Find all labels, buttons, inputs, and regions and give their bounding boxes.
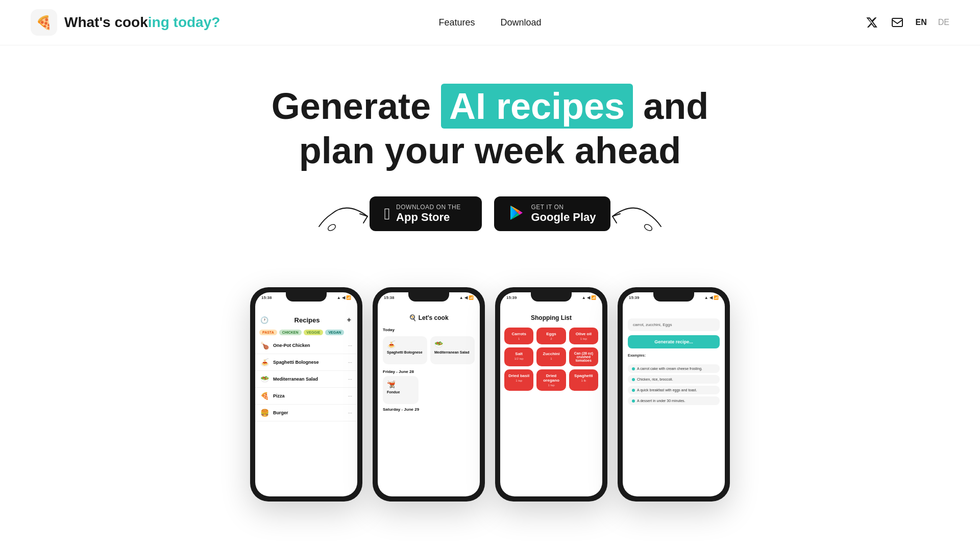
letscook-card-1[interactable]: 🍝 Spaghetti Bolognese — [383, 336, 427, 364]
phone-notch-3 — [531, 292, 572, 302]
recipe-name-1: One-Pot Chicken — [273, 343, 344, 348]
recipes-add[interactable]: ＋ — [346, 315, 352, 324]
heading-line1: Generate AI recipes and — [272, 84, 708, 129]
phone-time-1: 15:38 — [261, 295, 272, 300]
tag-chicken[interactable]: CHICKEN — [279, 330, 302, 335]
shopping-item-oliveoil[interactable]: Olive oil 1 tsp — [569, 328, 598, 344]
example-text-4: A dessert in under 30 minutes. — [637, 399, 685, 403]
phone-signals-1: ▲ ◀ 📶 — [337, 295, 351, 300]
phone-signals-2: ▲ ◀ 📶 — [459, 295, 474, 300]
recipe-menu-1[interactable]: ··· — [348, 343, 352, 348]
recipe-emoji-3: 🥗 — [260, 375, 269, 383]
shopping-item-oregano[interactable]: Dried oregano 1 tsp — [536, 369, 566, 391]
shopping-item-tomatoes[interactable]: Can (28 oz) crushed tomatoes — [569, 347, 598, 366]
heading-line2: plan your week ahead — [31, 131, 949, 171]
letscook-emoji-2: 🥗 — [434, 340, 471, 348]
nav-download-link[interactable]: Download — [500, 17, 541, 28]
title-highlight: ing today? — [148, 14, 220, 30]
svg-point-6 — [644, 223, 653, 232]
phone-shopping-mockup: 15:39 ▲ ◀ 📶 Shopping List Carrots 1 Eggs… — [495, 287, 607, 502]
hero-section: Generate AI recipes and plan your week a… — [0, 45, 980, 252]
letscook-friday-title: Friday - June 28 — [378, 366, 480, 376]
shopping-item-basil[interactable]: Dried basil 1 tsp — [504, 369, 533, 391]
ai-example-1[interactable]: A carrot cake with cream cheese frosting… — [628, 364, 720, 373]
phone-mockups-section: 15:38 ▲ ◀ 📶 🕐 Recipes ＋ PASTA CHICKEN VE… — [0, 252, 980, 502]
letscook-cards: 🍝 Spaghetti Bolognese 🥗 Mediterranean Sa… — [378, 334, 480, 366]
recipe-emoji-1: 🍗 — [260, 341, 269, 349]
shopping-item-carrots[interactable]: Carrots 1 — [504, 328, 533, 344]
ai-example-3[interactable]: A quick breakfast with eggs and toast. — [628, 386, 720, 394]
google-play-icon — [508, 205, 525, 223]
recipe-name-2: Spaghetti Bolognese — [273, 360, 344, 365]
nav-right-actions: EN DE — [865, 15, 949, 30]
mail-icon[interactable] — [890, 15, 904, 30]
phone-ai-mockup: 15:39 ▲ ◀ 📶 carrot, zucchini, Eggs Gener… — [618, 287, 730, 502]
phone-notch-4 — [653, 292, 694, 302]
lang-de[interactable]: DE — [938, 18, 949, 27]
letscook-fondue-card[interactable]: 🫕 Fondue — [383, 376, 419, 404]
phone-time-2: 15:38 — [384, 295, 394, 300]
phone-time-4: 15:39 — [629, 295, 639, 300]
nav-logo-group: 🍕 What's cooking today? — [31, 9, 220, 36]
heading-ai-highlight: AI recipes — [441, 84, 633, 129]
svg-point-1 — [327, 223, 337, 232]
recipe-menu-5[interactable]: ··· — [348, 410, 352, 416]
ai-examples-list: A carrot cake with cream cheese frosting… — [623, 364, 725, 405]
phone-time-3: 15:39 — [506, 295, 517, 300]
apple-icon:  — [384, 206, 390, 222]
recipe-item-3[interactable]: 🥗 Mediterranean Salad ··· — [255, 371, 357, 388]
recipe-menu-4[interactable]: ··· — [348, 393, 352, 399]
google-play-sub-label: GET IT ON — [531, 204, 564, 211]
recipe-item-1[interactable]: 🍗 One-Pot Chicken ··· — [255, 337, 357, 354]
example-dot-3 — [632, 389, 635, 392]
phone-notch-2 — [408, 292, 449, 302]
recipe-item-5[interactable]: 🍔 Burger ··· — [255, 405, 357, 421]
example-text-1: A carrot cake with cream cheese frosting… — [637, 367, 702, 370]
shopping-item-salt[interactable]: Salt 1/2 tsp — [504, 347, 533, 366]
letscook-name-2: Mediterranean Salad — [434, 350, 471, 354]
ai-generate-button[interactable]: Generate recipe... — [628, 335, 720, 348]
recipe-menu-3[interactable]: ··· — [348, 377, 352, 382]
recipe-item-2[interactable]: 🍝 Spaghetti Bolognese ··· — [255, 354, 357, 371]
letscook-fondue-name: Fondue — [387, 390, 414, 394]
app-store-sub-label: Download on the — [396, 204, 461, 211]
recipe-name-4: Pizza — [273, 393, 344, 398]
phone-signals-3: ▲ ◀ 📶 — [582, 295, 596, 300]
ai-input-field[interactable]: carrot, zucchini, Eggs — [628, 318, 720, 331]
letscook-saturday-title: Saturday - June 29 — [378, 404, 480, 414]
example-dot-2 — [632, 378, 635, 381]
letscook-fondue-emoji: 🫕 — [387, 380, 414, 388]
recipe-emoji-5: 🍔 — [260, 409, 269, 417]
ai-example-4[interactable]: A dessert in under 30 minutes. — [628, 396, 720, 405]
recipe-tags: PASTA CHICKEN VEGGIE VEGAN — [255, 328, 357, 337]
phone-notch-1 — [286, 292, 327, 302]
phone-letscook-screen: 15:38 ▲ ◀ 📶 🍳 Let's cook Today 🍝 Spaghet… — [378, 292, 480, 496]
recipe-menu-2[interactable]: ··· — [348, 360, 352, 365]
phone-ai-screen: 15:39 ▲ ◀ 📶 carrot, zucchini, Eggs Gener… — [623, 292, 725, 496]
lang-en[interactable]: EN — [916, 18, 927, 27]
recipe-name-3: Mediterranean Salad — [273, 377, 344, 382]
tag-vegan[interactable]: VEGAN — [325, 330, 344, 335]
letscook-emoji-1: 🍝 — [387, 340, 423, 348]
nav-features-link[interactable]: Features — [438, 17, 475, 28]
shopping-item-spaghetti[interactable]: Spaghetti 1 lb — [569, 369, 598, 391]
app-store-button[interactable]:  Download on the App Store — [370, 196, 482, 231]
title-plain: What's cook — [64, 14, 148, 30]
google-play-button[interactable]: GET IT ON Google Play — [494, 196, 610, 231]
heading-plain-text: Generate — [272, 86, 441, 127]
logo-icon: 🍕 — [31, 9, 57, 36]
ai-example-2[interactable]: Chicken, rice, broccoli. — [628, 375, 720, 384]
google-play-text: GET IT ON Google Play — [531, 204, 596, 224]
letscook-card-2[interactable]: 🥗 Mediterranean Salad — [430, 336, 475, 364]
shopping-item-eggs[interactable]: Eggs 2 — [536, 328, 566, 344]
example-text-3: A quick breakfast with eggs and toast. — [637, 388, 697, 392]
shopping-item-zucchini[interactable]: Zucchini 1 — [536, 347, 566, 366]
tag-veggie[interactable]: VEGGIE — [304, 330, 324, 335]
recipes-icon: 🕐 — [260, 316, 268, 324]
nav-links: Features Download — [438, 17, 541, 28]
tag-pasta[interactable]: PASTA — [259, 330, 277, 335]
twitter-x-icon[interactable] — [865, 15, 879, 30]
recipe-item-4[interactable]: 🍕 Pizza ··· — [255, 388, 357, 405]
site-title: What's cooking today? — [64, 14, 220, 31]
shopping-grid: Carrots 1 Eggs 2 Olive oil 1 tsp Salt 1/… — [500, 323, 602, 395]
